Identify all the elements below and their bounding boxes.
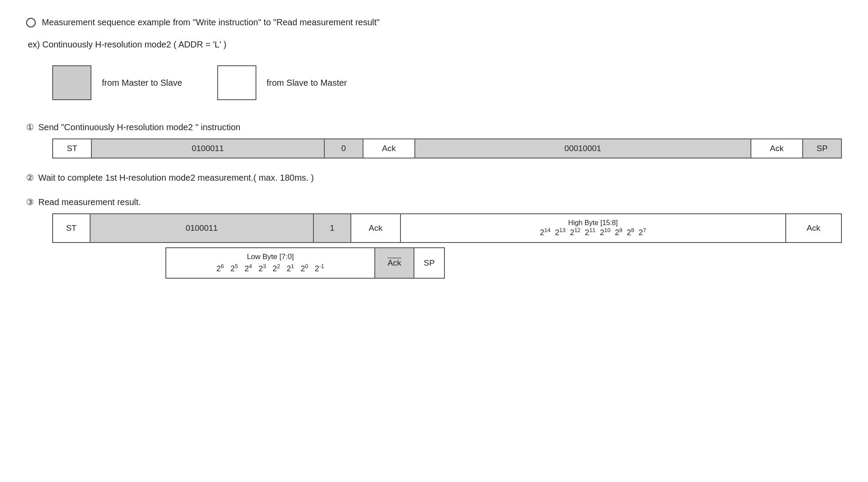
step3-ack1: Ack (351, 214, 400, 243)
step2: ② Wait to complete 1st H-resolution mode… (26, 172, 842, 183)
slave-box (217, 65, 256, 100)
step3-low-ack: Ack (375, 248, 414, 278)
section-title: Measurement sequence example from "Write… (26, 17, 842, 27)
step1-st: ST (53, 139, 91, 158)
step3-table: ST 0100011 1 Ack High Byte [15:8] 214 21… (52, 213, 842, 243)
step1-sp: SP (803, 139, 841, 158)
step3-sp: SP (414, 248, 444, 278)
step2-header: ② Wait to complete 1st H-resolution mode… (26, 172, 842, 183)
master-box (52, 65, 91, 100)
step1-ack2: Ack (751, 139, 803, 158)
step3-highbyte-powers: 214 213 212 211 210 29 28 27 (540, 228, 646, 237)
step1-addr: 0100011 (91, 139, 324, 158)
example-line: ex) Continuously H-resolution mode2 ( AD… (28, 40, 842, 50)
step2-label: Wait to complete 1st H-resolution mode2 … (38, 173, 314, 183)
legend: from Master to Slave from Slave to Maste… (52, 65, 842, 100)
step1: ① Send "Continuously H-resolution mode2 … (26, 122, 842, 158)
title-text: Measurement sequence example from "Write… (42, 17, 380, 27)
step1-row: ST 0100011 0 Ack 00010001 Ack SP (53, 139, 841, 158)
step3-lowbyte-label: Low Byte [7:0] (172, 253, 368, 261)
circle-icon (26, 18, 36, 27)
step3-addr: 0100011 (90, 214, 314, 243)
slave-to-master-legend: from Slave to Master (217, 65, 347, 100)
step3-low-table: Low Byte [7:0] 26 25 24 23 22 21 20 2-1 … (165, 247, 445, 279)
step1-rw: 0 (324, 139, 363, 158)
step3-low-ack-text: Ack (387, 258, 401, 267)
step1-number: ① (26, 122, 34, 132)
step3-label: Read measurement result. (38, 197, 141, 207)
master-label: from Master to Slave (102, 78, 182, 88)
step1-table: ST 0100011 0 Ack 00010001 Ack SP (52, 138, 842, 158)
step2-number: ② (26, 172, 34, 183)
step1-label: Send "Continuously H-resolution mode2 " … (38, 122, 240, 132)
step3-lowbyte: Low Byte [7:0] 26 25 24 23 22 21 20 2-1 (166, 248, 375, 278)
step1-data: 00010001 (415, 139, 751, 158)
step3-row: ST 0100011 1 Ack High Byte [15:8] 214 21… (53, 214, 841, 243)
step1-header: ① Send "Continuously H-resolution mode2 … (26, 122, 842, 132)
master-to-slave-legend: from Master to Slave (52, 65, 182, 100)
step3-lowbyte-powers: 26 25 24 23 22 21 20 2-1 (172, 263, 368, 273)
step3-highbyte: High Byte [15:8] 214 213 212 211 210 29 … (400, 214, 786, 243)
step3-header: ③ Read measurement result. (26, 197, 842, 207)
step3-st: ST (53, 214, 90, 243)
step3-rw: 1 (313, 214, 351, 243)
step3: ③ Read measurement result. ST 0100011 1 … (26, 197, 842, 279)
step3-number: ③ (26, 197, 34, 207)
step3-low-row: Low Byte [7:0] 26 25 24 23 22 21 20 2-1 … (166, 248, 444, 278)
slave-label: from Slave to Master (267, 78, 347, 88)
step3-ack2: Ack (786, 214, 841, 243)
step1-ack1: Ack (363, 139, 415, 158)
step3-highbyte-label: High Byte [15:8] 214 213 212 211 210 29 … (407, 219, 779, 238)
